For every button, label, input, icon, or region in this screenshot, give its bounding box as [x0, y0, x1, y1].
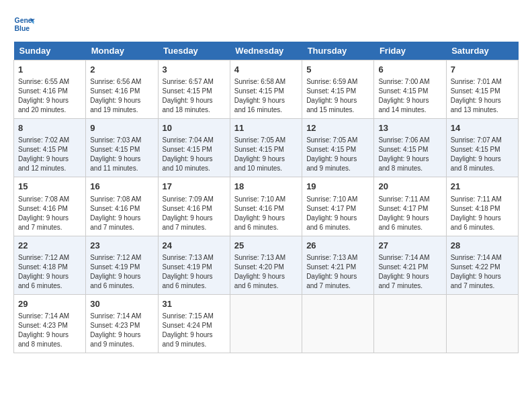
- calendar-cell: 26Sunrise: 7:13 AM Sunset: 4:21 PM Dayli…: [302, 236, 374, 294]
- calendar-cell: 19Sunrise: 7:10 AM Sunset: 4:17 PM Dayli…: [302, 177, 374, 236]
- day-number: 17: [163, 181, 226, 193]
- day-number: 25: [234, 240, 298, 252]
- day-info: Sunrise: 7:12 AM Sunset: 4:19 PM Dayligh…: [90, 253, 153, 291]
- day-info: Sunrise: 7:06 AM Sunset: 4:15 PM Dayligh…: [378, 136, 441, 173]
- day-info: Sunrise: 7:10 AM Sunset: 4:17 PM Dayligh…: [306, 195, 369, 232]
- day-number: 27: [378, 240, 441, 252]
- calendar-cell: 1Sunrise: 6:55 AM Sunset: 4:16 PM Daylig…: [14, 60, 86, 119]
- day-info: Sunrise: 7:07 AM Sunset: 4:15 PM Dayligh…: [451, 136, 514, 173]
- calendar-cell: 12Sunrise: 7:05 AM Sunset: 4:15 PM Dayli…: [302, 119, 374, 177]
- calendar-cell: 29Sunrise: 7:14 AM Sunset: 4:23 PM Dayli…: [14, 294, 86, 353]
- day-info: Sunrise: 7:09 AM Sunset: 4:16 PM Dayligh…: [163, 195, 226, 232]
- day-number: 3: [163, 64, 226, 76]
- day-info: Sunrise: 7:08 AM Sunset: 4:16 PM Dayligh…: [90, 195, 153, 232]
- week-row-2: 8Sunrise: 7:02 AM Sunset: 4:15 PM Daylig…: [14, 119, 519, 177]
- logo: General Blue: [13, 13, 38, 35]
- day-info: Sunrise: 7:14 AM Sunset: 4:22 PM Dayligh…: [451, 253, 514, 291]
- day-number: 22: [18, 240, 81, 252]
- day-info: Sunrise: 7:11 AM Sunset: 4:17 PM Dayligh…: [378, 195, 441, 232]
- day-number: 10: [163, 122, 226, 134]
- day-info: Sunrise: 7:14 AM Sunset: 4:21 PM Dayligh…: [378, 253, 441, 291]
- day-info: Sunrise: 6:59 AM Sunset: 4:15 PM Dayligh…: [306, 77, 369, 115]
- day-number: 28: [451, 240, 514, 252]
- calendar-cell: 14Sunrise: 7:07 AM Sunset: 4:15 PM Dayli…: [446, 119, 518, 177]
- day-number: 2: [90, 64, 153, 76]
- day-number: 26: [306, 240, 369, 252]
- calendar-cell: 25Sunrise: 7:13 AM Sunset: 4:20 PM Dayli…: [230, 236, 302, 294]
- day-info: Sunrise: 7:13 AM Sunset: 4:20 PM Dayligh…: [234, 253, 298, 291]
- day-header-saturday: Saturday: [446, 42, 518, 60]
- day-info: Sunrise: 7:03 AM Sunset: 4:15 PM Dayligh…: [90, 136, 153, 173]
- day-header-friday: Friday: [374, 42, 446, 60]
- calendar-cell: 10Sunrise: 7:04 AM Sunset: 4:15 PM Dayli…: [158, 119, 230, 177]
- week-row-5: 29Sunrise: 7:14 AM Sunset: 4:23 PM Dayli…: [14, 294, 519, 353]
- day-number: 1: [18, 64, 81, 76]
- week-row-4: 22Sunrise: 7:12 AM Sunset: 4:18 PM Dayli…: [14, 236, 519, 294]
- day-number: 4: [234, 64, 298, 76]
- day-info: Sunrise: 7:10 AM Sunset: 4:16 PM Dayligh…: [234, 195, 298, 232]
- page-header: General Blue: [13, 13, 519, 35]
- svg-text:Blue: Blue: [15, 25, 30, 32]
- calendar-cell: 21Sunrise: 7:11 AM Sunset: 4:18 PM Dayli…: [446, 177, 518, 236]
- day-number: 8: [18, 122, 81, 134]
- day-number: 20: [378, 181, 441, 193]
- calendar-cell: 30Sunrise: 7:14 AM Sunset: 4:23 PM Dayli…: [86, 294, 158, 353]
- day-number: 7: [451, 64, 514, 76]
- day-number: 13: [378, 122, 441, 134]
- day-header-monday: Monday: [86, 42, 158, 60]
- logo-icon: General Blue: [13, 13, 35, 35]
- day-info: Sunrise: 7:05 AM Sunset: 4:15 PM Dayligh…: [306, 136, 369, 173]
- calendar-cell: 28Sunrise: 7:14 AM Sunset: 4:22 PM Dayli…: [446, 236, 518, 294]
- calendar-cell: 16Sunrise: 7:08 AM Sunset: 4:16 PM Dayli…: [86, 177, 158, 236]
- calendar-cell: 6Sunrise: 7:00 AM Sunset: 4:15 PM Daylig…: [374, 60, 446, 119]
- day-header-tuesday: Tuesday: [158, 42, 230, 60]
- day-info: Sunrise: 7:01 AM Sunset: 4:15 PM Dayligh…: [451, 77, 514, 115]
- calendar-cell: 8Sunrise: 7:02 AM Sunset: 4:15 PM Daylig…: [14, 119, 86, 177]
- day-number: 31: [163, 298, 226, 310]
- week-row-1: 1Sunrise: 6:55 AM Sunset: 4:16 PM Daylig…: [14, 60, 519, 119]
- calendar-cell: [230, 294, 302, 353]
- calendar-cell: 2Sunrise: 6:56 AM Sunset: 4:16 PM Daylig…: [86, 60, 158, 119]
- calendar-cell: 31Sunrise: 7:15 AM Sunset: 4:24 PM Dayli…: [158, 294, 230, 353]
- day-number: 15: [18, 181, 81, 193]
- calendar-cell: 11Sunrise: 7:05 AM Sunset: 4:15 PM Dayli…: [230, 119, 302, 177]
- day-header-sunday: Sunday: [14, 42, 86, 60]
- calendar-cell: 23Sunrise: 7:12 AM Sunset: 4:19 PM Dayli…: [86, 236, 158, 294]
- day-header-wednesday: Wednesday: [230, 42, 302, 60]
- day-info: Sunrise: 7:13 AM Sunset: 4:19 PM Dayligh…: [163, 253, 226, 291]
- day-number: 24: [163, 240, 226, 252]
- day-info: Sunrise: 7:04 AM Sunset: 4:15 PM Dayligh…: [163, 136, 226, 173]
- day-info: Sunrise: 6:57 AM Sunset: 4:15 PM Dayligh…: [163, 77, 226, 115]
- calendar-table: SundayMondayTuesdayWednesdayThursdayFrid…: [13, 42, 519, 353]
- day-number: 23: [90, 240, 153, 252]
- calendar-cell: 9Sunrise: 7:03 AM Sunset: 4:15 PM Daylig…: [86, 119, 158, 177]
- day-info: Sunrise: 7:15 AM Sunset: 4:24 PM Dayligh…: [163, 312, 226, 349]
- day-number: 11: [234, 122, 298, 134]
- day-info: Sunrise: 7:13 AM Sunset: 4:21 PM Dayligh…: [306, 253, 369, 291]
- day-number: 18: [234, 181, 298, 193]
- day-info: Sunrise: 7:05 AM Sunset: 4:15 PM Dayligh…: [234, 136, 298, 173]
- calendar-cell: 27Sunrise: 7:14 AM Sunset: 4:21 PM Dayli…: [374, 236, 446, 294]
- calendar-cell: [302, 294, 374, 353]
- day-number: 9: [90, 122, 153, 134]
- day-header-thursday: Thursday: [302, 42, 374, 60]
- day-number: 12: [306, 122, 369, 134]
- day-info: Sunrise: 6:56 AM Sunset: 4:16 PM Dayligh…: [90, 77, 153, 115]
- calendar-cell: 22Sunrise: 7:12 AM Sunset: 4:18 PM Dayli…: [14, 236, 86, 294]
- day-header-row: SundayMondayTuesdayWednesdayThursdayFrid…: [14, 42, 519, 60]
- day-number: 29: [18, 298, 81, 310]
- day-info: Sunrise: 7:14 AM Sunset: 4:23 PM Dayligh…: [90, 312, 153, 349]
- day-number: 21: [451, 181, 514, 193]
- week-row-3: 15Sunrise: 7:08 AM Sunset: 4:16 PM Dayli…: [14, 177, 519, 236]
- calendar-cell: 20Sunrise: 7:11 AM Sunset: 4:17 PM Dayli…: [374, 177, 446, 236]
- day-number: 6: [378, 64, 441, 76]
- calendar-cell: 24Sunrise: 7:13 AM Sunset: 4:19 PM Dayli…: [158, 236, 230, 294]
- day-info: Sunrise: 6:55 AM Sunset: 4:16 PM Dayligh…: [18, 77, 81, 115]
- calendar-cell: 4Sunrise: 6:58 AM Sunset: 4:15 PM Daylig…: [230, 60, 302, 119]
- calendar-cell: 18Sunrise: 7:10 AM Sunset: 4:16 PM Dayli…: [230, 177, 302, 236]
- day-info: Sunrise: 7:08 AM Sunset: 4:16 PM Dayligh…: [18, 195, 81, 232]
- day-number: 16: [90, 181, 153, 193]
- calendar-cell: 13Sunrise: 7:06 AM Sunset: 4:15 PM Dayli…: [374, 119, 446, 177]
- day-info: Sunrise: 6:58 AM Sunset: 4:15 PM Dayligh…: [234, 77, 298, 115]
- day-info: Sunrise: 7:11 AM Sunset: 4:18 PM Dayligh…: [451, 195, 514, 232]
